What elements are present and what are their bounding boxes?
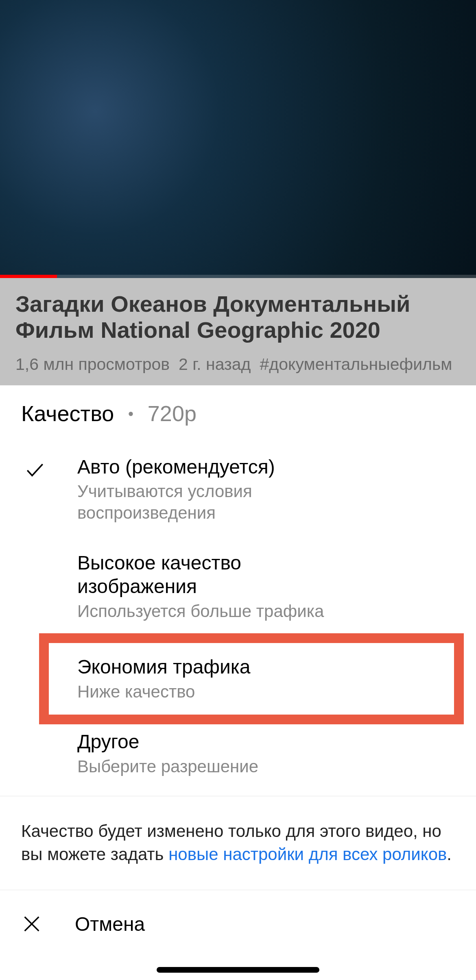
quality-sheet: Качество ● 720p Авто (рекомендуется) Учи… bbox=[0, 385, 476, 980]
current-quality: 720p bbox=[148, 401, 197, 426]
video-title[interactable]: Загадки Океанов Документальный Фильм Nat… bbox=[15, 291, 461, 343]
close-icon bbox=[21, 913, 42, 934]
note-suffix: . bbox=[447, 845, 452, 864]
option-title: Высокое качество изображения bbox=[77, 551, 289, 598]
progress-fill bbox=[0, 275, 57, 278]
option-title: Экономия трафика bbox=[77, 655, 460, 679]
quality-options: Авто (рекомендуется) Учитываются условия… bbox=[0, 441, 476, 796]
sheet-title: Качество bbox=[21, 401, 114, 426]
cancel-label: Отмена bbox=[75, 913, 145, 935]
option-other[interactable]: Другое Выберите разрешение bbox=[0, 722, 476, 791]
video-meta: 1,6 млн просмотров 2 г. назад #документа… bbox=[15, 355, 461, 374]
quality-note: Качество будет изменено только для этого… bbox=[0, 796, 476, 889]
option-icon-empty bbox=[16, 551, 77, 554]
separator-dot: ● bbox=[128, 408, 134, 419]
note-link[interactable]: новые настройки для всех роликов bbox=[168, 845, 447, 864]
option-title: Авто (рекомендуется) bbox=[77, 455, 460, 479]
check-icon bbox=[16, 455, 77, 481]
video-player[interactable] bbox=[0, 0, 476, 278]
option-data-saver[interactable]: Экономия трафика Ниже качество bbox=[0, 636, 476, 722]
option-subtitle: Ниже качество bbox=[77, 681, 460, 703]
option-auto[interactable]: Авто (рекомендуется) Учитываются условия… bbox=[0, 441, 476, 538]
video-still bbox=[0, 0, 476, 278]
option-title: Другое bbox=[77, 730, 460, 754]
option-subtitle: Выберите разрешение bbox=[77, 756, 460, 778]
option-subtitle: Используется больше трафика bbox=[77, 601, 460, 622]
progress-bar[interactable] bbox=[0, 275, 476, 278]
option-subtitle: Учитываются условия воспроизведения bbox=[77, 481, 289, 524]
option-high-quality[interactable]: Высокое качество изображения Используетс… bbox=[0, 537, 476, 636]
sheet-header: Качество ● 720p bbox=[0, 385, 476, 441]
video-info: Загадки Океанов Документальный Фильм Nat… bbox=[0, 278, 476, 385]
option-icon-empty bbox=[16, 655, 77, 658]
home-indicator[interactable] bbox=[157, 967, 319, 973]
cancel-button[interactable]: Отмена bbox=[0, 890, 476, 972]
video-views: 1,6 млн просмотров bbox=[15, 355, 170, 374]
option-icon-empty bbox=[16, 730, 77, 733]
video-hashtag[interactable]: #документальныефильм bbox=[260, 355, 452, 374]
video-age: 2 г. назад bbox=[179, 355, 251, 374]
